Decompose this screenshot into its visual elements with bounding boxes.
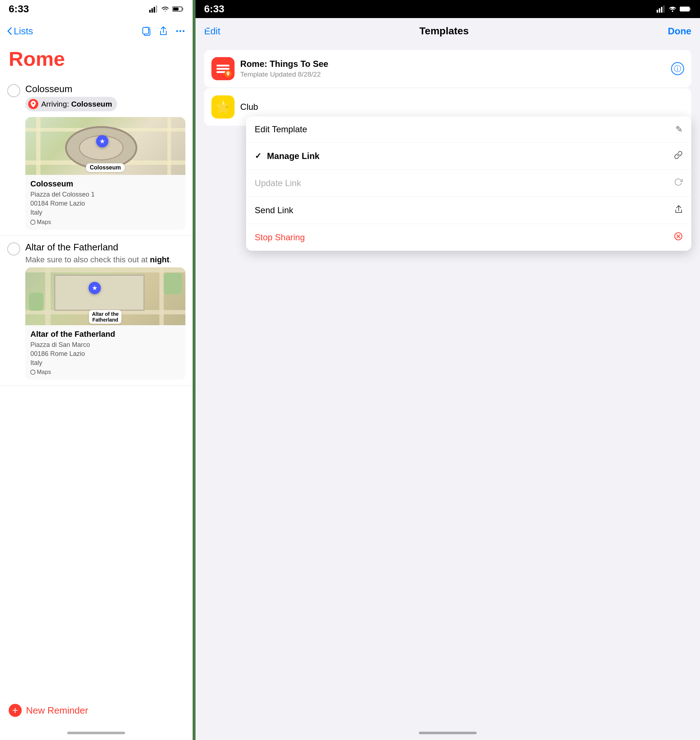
more-icon [175, 26, 185, 36]
svg-rect-14 [661, 7, 662, 13]
copy-button[interactable] [141, 26, 151, 36]
club-name: Club [240, 102, 258, 112]
templates-content: Rome: Things To See Template Updated 8/2… [196, 44, 700, 725]
map-addr-colosseum: Piazza del Colosseo 1 00184 Rome Lazio I… [30, 190, 180, 217]
svg-rect-2 [154, 7, 155, 13]
template-name-rome: Rome: Things To See [240, 59, 665, 69]
map-info-altar: Altar of the Fatherland Piazza di San Ma… [25, 325, 185, 380]
send-link-label: Send Link [255, 205, 293, 215]
back-button[interactable]: Lists [7, 26, 33, 37]
right-home-indicator [196, 725, 700, 740]
more-button[interactable] [175, 26, 185, 36]
reminder-content-colosseum: Colosseum Arriving: Colosseum [25, 84, 185, 230]
template-info-rome: Rome: Things To See Template Updated 8/2… [240, 59, 665, 78]
reminder-row-altar: Altar of the Fatherland Make sure to als… [7, 242, 185, 380]
svg-rect-5 [182, 8, 183, 10]
dropdown-menu: Edit Template ✎ ✓ Manage Link Update [246, 116, 691, 251]
chevron-left-icon [7, 27, 12, 35]
svg-rect-18 [681, 7, 686, 10]
dropdown-item-send-link[interactable]: Send Link [246, 197, 691, 224]
signal-icon [149, 6, 158, 13]
dropdown-item-stop-sharing[interactable]: Stop Sharing [246, 224, 691, 251]
apple-icon [30, 220, 35, 225]
template-item-rome[interactable]: Rome: Things To See Template Updated 8/2… [204, 50, 691, 87]
reminder-colosseum: Colosseum Arriving: Colosseum [0, 78, 193, 236]
map-image-altar: ★ Altar of theFatherland [25, 267, 185, 325]
done-button[interactable]: Done [668, 26, 691, 37]
svg-rect-3 [156, 6, 157, 13]
right-panel: 6:33 Edit Templates [196, 0, 700, 740]
stop-icon [674, 232, 683, 243]
dropdown-item-manage-link[interactable]: ✓ Manage Link [246, 143, 691, 170]
update-link-label: Update Link [255, 178, 301, 188]
refresh-icon [674, 178, 683, 189]
new-reminder-button[interactable]: + New Reminder [0, 695, 193, 725]
dropdown-item-update-link[interactable]: Update Link [246, 170, 691, 197]
svg-rect-15 [663, 6, 665, 13]
maps-link-altar[interactable]: Maps [30, 369, 180, 376]
map-label-colosseum: Colosseum [86, 163, 124, 172]
send-icon [675, 205, 683, 216]
right-status-bar: 6:33 [196, 0, 700, 18]
svg-point-9 [176, 30, 178, 32]
club-icon: ⭐ [212, 95, 235, 119]
reminder-checkbox-colosseum[interactable] [7, 84, 20, 97]
upload-icon [675, 205, 683, 214]
svg-rect-17 [690, 8, 691, 10]
edit-template-label: Edit Template [255, 124, 307, 134]
map-card-altar[interactable]: ★ Altar of theFatherland Altar of the Fa… [25, 267, 185, 380]
apple-icon-2 [30, 370, 35, 375]
manage-link-label: Manage Link [267, 151, 319, 161]
share-button[interactable] [159, 26, 168, 36]
battery-icon [172, 6, 184, 12]
reminder-checkbox-altar[interactable] [7, 242, 20, 255]
svg-point-11 [182, 30, 184, 32]
template-info-button-rome[interactable]: ⓘ [671, 62, 684, 75]
maps-link-colosseum[interactable]: Maps [30, 219, 180, 225]
svg-rect-6 [173, 7, 178, 10]
panel-divider [193, 0, 196, 740]
arrival-text: Arriving: Colosseum [41, 100, 112, 109]
svg-rect-1 [151, 8, 153, 13]
left-home-indicator [0, 725, 193, 740]
right-nav-bar: Edit Templates Done [196, 18, 700, 44]
svg-rect-0 [149, 10, 151, 13]
stop-sharing-label: Stop Sharing [255, 232, 305, 242]
edit-icon: ✎ [675, 124, 683, 134]
svg-rect-8 [143, 28, 149, 34]
checkmark-icon: ✓ [255, 151, 261, 161]
left-status-bar: 6:33 [0, 0, 193, 18]
left-nav-bar: Lists [0, 18, 193, 44]
svg-point-10 [179, 30, 181, 32]
link-icon [674, 151, 683, 162]
edit-button[interactable]: Edit [204, 26, 221, 37]
home-bar-right [419, 732, 476, 734]
left-status-icons [149, 6, 184, 13]
share-icon [159, 26, 168, 36]
template-icon-rome [212, 57, 235, 80]
page-title: Rome [9, 47, 184, 70]
arrival-badge: Arriving: Colosseum [25, 97, 117, 111]
rome-icon-inner [214, 60, 232, 77]
wifi-icon [161, 6, 169, 12]
map-image-colosseum: ★ Colosseum [25, 117, 185, 175]
templates-title: Templates [419, 25, 469, 37]
reminder-row: Colosseum Arriving: Colosseum [7, 84, 185, 230]
reminder-altar: Altar of the Fatherland Make sure to als… [0, 236, 193, 386]
back-label: Lists [14, 26, 33, 37]
new-reminder-icon: + [9, 704, 22, 717]
refresh-icon-svg [674, 178, 683, 186]
svg-rect-12 [657, 10, 658, 13]
reminder-list[interactable]: Colosseum Arriving: Colosseum [0, 78, 193, 695]
night-note: Make sure to also check this out at nigh… [25, 255, 185, 264]
reminder-content-altar: Altar of the Fatherland Make sure to als… [25, 242, 185, 380]
dropdown-item-edit-template[interactable]: Edit Template ✎ [246, 116, 691, 143]
right-status-time: 6:33 [204, 3, 224, 15]
svg-rect-13 [659, 8, 660, 13]
chain-icon [674, 151, 683, 159]
arrival-icon [28, 99, 38, 109]
map-card-colosseum[interactable]: ★ Colosseum Colosseum Piazza del Colosse… [25, 117, 185, 230]
right-battery-icon [680, 6, 691, 12]
right-status-icons [657, 6, 691, 13]
page-title-section: Rome [0, 44, 193, 78]
